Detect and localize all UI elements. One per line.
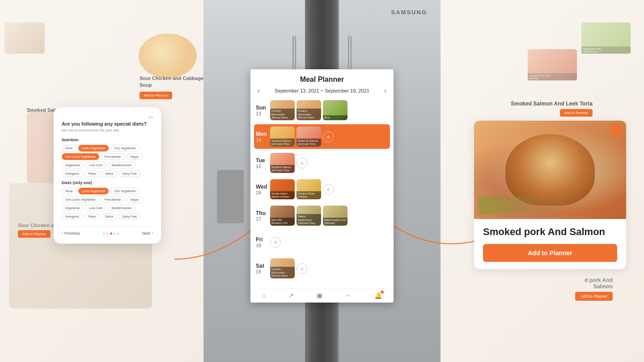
day-row-thu: Thu 17 Mary-Me Blueberry Pie Baked Apple…: [256, 203, 388, 228]
diets-tags: None Lacto Vegetarian Ovo Vegetarian Ovo…: [62, 188, 153, 220]
nutrition-section-label: Nutrition: [62, 138, 153, 142]
right-add-btn-1[interactable]: Add to Planner: [560, 109, 593, 117]
day-row-wed: Wed 16 Tender Italian Baked Chicken Crea…: [256, 177, 388, 202]
mp-grid-icon[interactable]: ▣: [317, 292, 322, 299]
right-thumb-1: Vegetarian chiliStewed Cod: [581, 22, 631, 54]
diet-quiz-card: 4/5 Are you following any special diets?…: [54, 107, 161, 244]
diets-tag-ovo[interactable]: Ovo Vegetarian: [110, 188, 139, 194]
meal-sun-1-label: Creamy Mozzarella Shrimp Pasta: [270, 109, 295, 120]
food-bg-1: [4, 22, 45, 54]
diets-tag-none[interactable]: None: [62, 188, 76, 194]
tag-vegetarian[interactable]: Vegetarian: [62, 162, 84, 168]
meal-mon-1[interactable]: Smoked Salmon and Leek Torta: [270, 126, 295, 147]
add-meal-wed[interactable]: +: [323, 184, 334, 195]
meal-tue-1[interactable]: Smoked Salmon and Leek Torta: [270, 153, 295, 173]
tag-paleo[interactable]: Paleo: [85, 170, 100, 177]
diets-tag-detox[interactable]: Detox: [102, 213, 117, 220]
diets-tag-paleo[interactable]: Paleo: [85, 213, 100, 220]
day-num-thu: 17: [256, 216, 270, 222]
day-label-mon: Mon 14: [256, 131, 270, 143]
meal-sun-3-label: Blue...: [323, 115, 347, 120]
meals-thu: Mary-Me Blueberry Pie Baked Applesauce O…: [270, 206, 388, 226]
tag-ovo-lacto[interactable]: Ovo-Lacto Vegetarian: [62, 153, 99, 160]
diets-tag-vegetarian[interactable]: Vegetarian: [62, 205, 84, 211]
diets-section-label: Diets (only one): [62, 181, 153, 185]
day-num-sun: 13: [256, 111, 270, 116]
day-name-tue: Tue: [256, 157, 270, 164]
add-meal-sat[interactable]: +: [297, 263, 307, 274]
diets-tag-ovo-lacto[interactable]: Ovo-Lacto Vegetarian: [62, 196, 99, 203]
mp-title: Meal Planner: [250, 69, 394, 87]
diets-tag-dairy[interactable]: Dairy Free: [119, 213, 140, 220]
mp-back-icon[interactable]: ←: [345, 292, 352, 299]
fridge-dispenser: [217, 170, 244, 223]
meal-mon-1-label: Smoked Salmon and Leek Torta: [270, 139, 295, 147]
right-thumb-2: Smoked Pork AndSalmon: [528, 49, 577, 80]
meal-thu-3-label: Baked Apples and Oatmeal...: [323, 218, 347, 226]
diet-next-btn[interactable]: Next ›: [142, 231, 153, 236]
meal-wed-1-label: Tender Italian Baked Chicken: [270, 191, 295, 199]
meal-thu-3[interactable]: Baked Apples and Oatmeal...: [323, 206, 347, 226]
meal-sun-3[interactable]: Blue... ➚ Move to ▦ Copy to 🗑: [323, 100, 347, 120]
mp-home-icon[interactable]: ⌂: [262, 292, 266, 299]
meal-tue-1-label: Smoked Salmon and Leek Torta: [270, 165, 295, 173]
prev-arrow-icon: ‹: [62, 231, 63, 236]
add-planner-btn-2[interactable]: Add to Planner: [18, 230, 51, 238]
tag-ovo-veg[interactable]: Ovo Vegetarian: [110, 145, 139, 152]
tag-vegan[interactable]: Vegan: [127, 153, 143, 160]
tag-low-carb[interactable]: Low Carb: [85, 162, 106, 168]
pork-add-btn[interactable]: Add to Planner: [575, 292, 613, 301]
right-add-to-planner-btn[interactable]: Add to Planner: [483, 244, 617, 262]
day-label-wed: Wed 16: [256, 184, 270, 195]
diet-step: 4/5: [62, 115, 153, 119]
day-label-fri: Fri 18: [256, 236, 270, 248]
meal-wed-1[interactable]: Tender Italian Baked Chicken: [270, 179, 295, 199]
meal-sun-1[interactable]: Creamy Mozzarella Shrimp Pasta: [270, 100, 295, 120]
add-meal-tue[interactable]: +: [297, 158, 307, 168]
diet-prev-btn[interactable]: ‹ Previous: [62, 231, 80, 236]
diets-tag-lacto[interactable]: Lacto Vegetarian: [78, 188, 109, 194]
mp-bell-icon[interactable]: 🔔: [374, 292, 382, 299]
tag-lacto-veg[interactable]: Lacto Vegetarian: [78, 145, 109, 152]
meal-thu-2[interactable]: Baked Applesauce Oatmeal Filing: [297, 206, 321, 226]
meal-wed-2[interactable]: Creamy White Cheese: [297, 179, 321, 199]
day-num-fri: 18: [256, 243, 270, 248]
diets-tag-keto[interactable]: Ketogenic: [62, 213, 83, 220]
day-row-mon: Mon 14 Smoked Salmon and Leek Torta Smkd…: [254, 124, 390, 149]
greens-visual: [479, 197, 622, 215]
meal-mon-2[interactable]: Smkd 10 Salmon and Leek Torta: [297, 126, 321, 147]
mp-days-container: Sun 13 Creamy Mozzarella Shrimp Pasta Cr…: [250, 98, 394, 288]
meal-sat-1-label: Creamy Mozzarella Shrimp Pasta: [270, 267, 295, 278]
day-label-sun: Sun 13: [256, 105, 270, 116]
mp-nav: ‹ September 13, 2021 ~ September 19, 202…: [250, 87, 394, 98]
diets-tag-med[interactable]: Mediterranean: [108, 205, 135, 211]
left-add-planner-btn[interactable]: Add to Planner: [140, 92, 172, 99]
day-num-sat: 19: [256, 269, 270, 274]
mp-bottom-bar: ⌂ ↗ ▣ ← 🔔: [250, 288, 394, 303]
day-num-wed: 16: [256, 190, 270, 195]
tag-detox[interactable]: Detox: [102, 170, 117, 177]
meal-thu-1[interactable]: Mary-Me Blueberry Pie: [270, 206, 295, 226]
meal-sun-2[interactable]: Creamy Mozzarella Shrimp Pasta: [297, 100, 321, 120]
add-meal-fri[interactable]: +: [270, 237, 281, 248]
smoked-salmon-right-text: Smoked Salmon And Leek Torta: [511, 101, 593, 107]
mp-prev-arrow[interactable]: ‹: [258, 87, 260, 94]
dot-5: [117, 232, 119, 235]
diets-tag-vegan[interactable]: Vegan: [127, 196, 143, 203]
meal-sat-1[interactable]: Creamy Mozzarella Shrimp Pasta: [270, 258, 295, 278]
tag-ketogenic[interactable]: Ketogenic: [62, 170, 83, 177]
tag-pescatarian[interactable]: Pescatarian: [101, 153, 125, 160]
right-thumb-2-label: Smoked Pork AndSalmon: [528, 73, 577, 80]
meals-wed: Tender Italian Baked Chicken Creamy Whit…: [270, 179, 388, 199]
mp-next-arrow[interactable]: ›: [384, 87, 386, 94]
meal-sun-2-label: Creamy Mozzarella Shrimp Pasta: [297, 109, 321, 120]
diets-tag-pescatarian[interactable]: Pescatarian: [101, 196, 125, 203]
day-name-sat: Sat: [256, 263, 270, 269]
tag-mediterranean[interactable]: Mediterranean: [108, 162, 135, 168]
right-card-title: Smoked pork And Salmon: [483, 226, 617, 238]
mp-chart-icon[interactable]: ↗: [288, 292, 294, 299]
diets-tag-low-carb[interactable]: Low Carb: [85, 205, 106, 211]
tag-dairy-free[interactable]: Dairy Free: [119, 170, 140, 177]
tag-none[interactable]: None: [62, 145, 76, 152]
add-meal-mon[interactable]: +: [323, 131, 334, 142]
